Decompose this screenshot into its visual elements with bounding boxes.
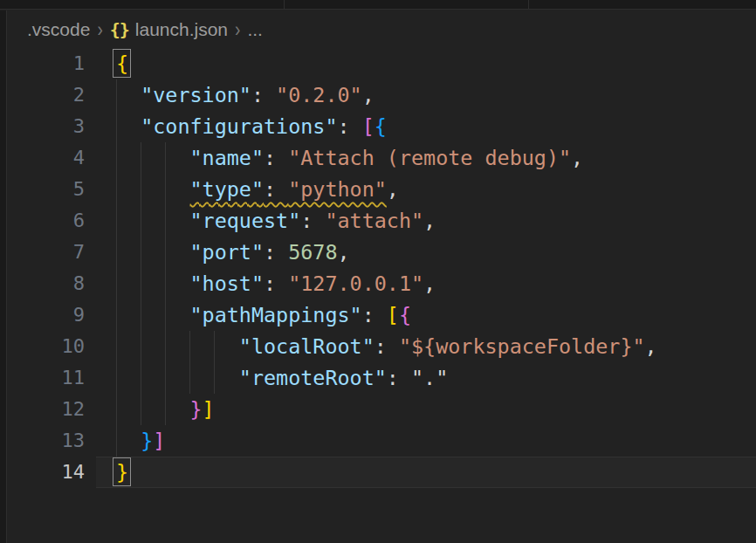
token xyxy=(116,209,190,233)
line-number[interactable]: 11 xyxy=(0,362,85,394)
line-number[interactable]: 13 xyxy=(0,425,85,457)
code-line[interactable]: 5 "type": "python", xyxy=(0,174,756,205)
token xyxy=(116,114,141,139)
breadcrumb: .vscode › {} launch.json › ... xyxy=(8,10,756,49)
token: "port" xyxy=(190,240,265,265)
code-line[interactable]: 8 "host": "127.0.0.1", xyxy=(0,268,756,299)
token: "type" xyxy=(190,177,265,202)
token: : xyxy=(362,303,387,327)
json-braces-icon: {} xyxy=(110,19,129,40)
line-number[interactable]: 14 xyxy=(0,457,85,488)
line-number[interactable]: 6 xyxy=(0,205,85,237)
warning-squiggle: "type": "python" xyxy=(190,177,387,202)
token: , xyxy=(645,334,657,359)
token: "host" xyxy=(190,272,265,296)
token: "remoteRoot" xyxy=(239,366,387,390)
code-text: "type": "python", xyxy=(85,174,399,205)
token: "0.2.0" xyxy=(276,83,362,107)
code-line[interactable]: 4 "name": "Attach (remote debug)", xyxy=(0,142,756,174)
token: "version" xyxy=(141,83,251,107)
code-text: "remoteRoot": "." xyxy=(85,362,448,394)
token: : xyxy=(264,240,288,265)
line-number[interactable]: 9 xyxy=(0,299,85,331)
code-text: "version": "0.2.0", xyxy=(85,79,375,111)
line-number[interactable]: 8 xyxy=(0,268,85,299)
code-line[interactable]: 10 "localRoot": "${workspaceFolder}", xyxy=(0,331,756,362)
token: "attach" xyxy=(325,209,423,233)
line-number[interactable]: 3 xyxy=(0,111,85,142)
breadcrumb-folder[interactable]: .vscode xyxy=(27,19,90,40)
code-line[interactable]: 13 }] xyxy=(0,425,756,457)
token xyxy=(116,272,190,296)
matched-bracket: { xyxy=(116,52,128,76)
token: , xyxy=(338,240,350,265)
tab-separator xyxy=(284,0,285,10)
token xyxy=(116,334,239,359)
code-line[interactable]: 1{ xyxy=(0,48,756,79)
token: : xyxy=(264,146,288,170)
token: : xyxy=(264,177,288,202)
token: 5678 xyxy=(288,240,337,265)
line-number[interactable]: 1 xyxy=(0,48,85,79)
code-line[interactable]: 2 "version": "0.2.0", xyxy=(0,79,756,111)
code-text: }] xyxy=(85,425,165,457)
token: "127.0.0.1" xyxy=(288,272,423,296)
code-text: "pathMappings": [{ xyxy=(85,299,411,331)
line-number[interactable]: 10 xyxy=(0,331,85,362)
token xyxy=(116,240,190,265)
code-text: "localRoot": "${workspaceFolder}", xyxy=(85,331,657,362)
token: "request" xyxy=(190,209,301,233)
token: "pathMappings" xyxy=(190,303,362,327)
tab-bar[interactable] xyxy=(0,0,756,10)
token: } xyxy=(141,429,153,453)
token: : xyxy=(300,209,325,233)
line-number[interactable]: 7 xyxy=(0,237,85,268)
token: "${workspaceFolder}" xyxy=(399,334,645,359)
vscode-editor-window: .vscode › {} launch.json › ... 1{2 "vers… xyxy=(0,0,756,543)
token xyxy=(116,429,141,453)
token: "." xyxy=(411,366,448,390)
token: { xyxy=(399,303,411,327)
token: : xyxy=(251,83,276,107)
code-text: "host": "127.0.0.1", xyxy=(85,268,436,299)
token: : xyxy=(264,272,288,296)
code-line[interactable]: 9 "pathMappings": [{ xyxy=(0,299,756,331)
token xyxy=(116,83,141,107)
line-number[interactable]: 5 xyxy=(0,174,85,205)
code-line[interactable]: 7 "port": 5678, xyxy=(0,237,756,268)
token xyxy=(116,303,190,327)
code-line[interactable]: 12 }] xyxy=(0,394,756,425)
code-line[interactable]: 3 "configurations": [{ xyxy=(0,111,756,142)
token: , xyxy=(423,209,436,233)
code-area[interactable]: 1{2 "version": "0.2.0",3 "configurations… xyxy=(0,48,756,488)
tab-separator xyxy=(528,0,529,10)
breadcrumb-symbol-path[interactable]: ... xyxy=(247,19,263,40)
chevron-right-icon: › xyxy=(235,17,240,42)
token: "localRoot" xyxy=(239,334,375,359)
code-line[interactable]: 6 "request": "attach", xyxy=(0,205,756,237)
token: ] xyxy=(203,397,215,422)
token: , xyxy=(571,146,583,170)
token xyxy=(116,146,190,170)
token: [ xyxy=(387,303,399,327)
line-number[interactable]: 12 xyxy=(0,394,85,425)
token: : xyxy=(375,334,399,359)
code-text: } xyxy=(85,457,128,488)
token: [ xyxy=(362,114,375,139)
token: "name" xyxy=(190,146,265,170)
matched-bracket: } xyxy=(116,460,128,485)
code-line[interactable]: 14} xyxy=(0,457,756,488)
token xyxy=(116,366,239,390)
code-text: }] xyxy=(85,394,215,425)
code-line[interactable]: 11 "remoteRoot": "." xyxy=(0,362,756,394)
breadcrumb-file[interactable]: launch.json xyxy=(135,19,228,40)
token: "Attach (remote debug)" xyxy=(288,146,571,170)
token: "python" xyxy=(288,177,387,202)
line-number[interactable]: 4 xyxy=(0,142,85,174)
code-text: "name": "Attach (remote debug)", xyxy=(85,142,583,174)
code-text: "configurations": [{ xyxy=(85,111,387,142)
token: , xyxy=(362,83,375,107)
line-number[interactable]: 2 xyxy=(0,79,85,111)
token: , xyxy=(423,272,436,296)
token: , xyxy=(387,177,399,202)
